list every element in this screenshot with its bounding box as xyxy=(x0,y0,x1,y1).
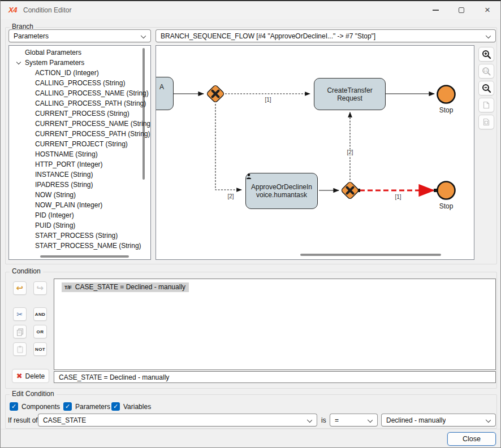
tree-item[interactable]: HTTP_PORT (Integer) xyxy=(9,159,150,169)
window-title: Condition Editor xyxy=(23,6,71,14)
compare-value-select[interactable]: Declined - manually xyxy=(381,414,496,427)
task-node-create-transfer[interactable]: CreateTransfer Request xyxy=(314,78,386,110)
tree-item[interactable]: CURRENT_PROCESS_NAME (String) xyxy=(9,119,150,129)
branch-flow-select[interactable]: BRANCH_SEQUENCE_FLOW [#4 "ApproveOrDecli… xyxy=(156,29,496,42)
not-button[interactable]: NOT xyxy=(33,342,47,356)
tree-item-label: ACTION_ID (Integer) xyxy=(35,69,99,77)
stop-label-bottom: Stop xyxy=(435,202,457,210)
tree-item-label: CURRENT_PROCESS (String) xyxy=(35,110,129,118)
task-node-partial[interactable]: A xyxy=(156,77,174,110)
page-icon xyxy=(482,101,491,110)
close-button-label: Close xyxy=(463,435,481,443)
tree-item[interactable]: IPADRESS (String) xyxy=(9,180,150,190)
checkbox-components[interactable]: ✓ Components xyxy=(10,402,60,411)
cut-button[interactable]: ✂ xyxy=(13,307,27,321)
task-label: A xyxy=(159,83,164,91)
or-button[interactable]: OR xyxy=(33,325,47,338)
tree-item-label: CURRENT_PROCESS_PATH (String) xyxy=(35,130,150,138)
copy-button[interactable] xyxy=(13,325,27,338)
chevron-down-icon xyxy=(486,417,491,423)
close-icon: × xyxy=(485,5,490,15)
stop-event-bottom[interactable] xyxy=(438,182,455,199)
zoom-in-button[interactable] xyxy=(478,47,494,62)
process-diagram-panel[interactable]: A CreateTransfer Request ApproveOrDeclin… xyxy=(156,45,474,260)
x4-logo: X4 xyxy=(8,6,17,14)
condition-expression-field[interactable]: CASE_STATE = Declined - manually xyxy=(54,371,496,383)
minimize-button[interactable] xyxy=(422,1,448,19)
or-label: OR xyxy=(37,329,44,334)
tree-item[interactable]: ACTION_ID (Integer) xyxy=(9,68,150,78)
is-label: is xyxy=(321,416,326,424)
gateway-exclusive-1[interactable] xyxy=(206,85,225,103)
maximize-icon xyxy=(459,7,464,13)
operator-value: = xyxy=(335,416,339,424)
tree-item[interactable]: CALLING_PROCESS_PATH (String) xyxy=(9,98,150,108)
tree-item[interactable]: CURRENT_PROCESS (String) xyxy=(9,108,150,119)
and-label: AND xyxy=(35,312,46,317)
tree-item[interactable]: Global Parameters xyxy=(9,47,150,58)
tree-item-label: System Parameters xyxy=(25,59,84,67)
tree-item[interactable]: PID (Integer) xyxy=(9,210,150,220)
stop-event-top[interactable] xyxy=(438,86,455,103)
fit-selection-button[interactable] xyxy=(478,115,494,129)
zoom-reset-button[interactable]: 1:1 xyxy=(478,64,494,79)
task-label: CreateTransfer Request xyxy=(321,86,379,102)
tree-item[interactable]: HOSTNAME (String) xyxy=(9,149,150,159)
tree-item-label: NOW_PLAIN (Integer) xyxy=(35,201,102,209)
selection-handle[interactable] xyxy=(434,189,437,192)
branch-scope-value: Parameters xyxy=(14,32,49,40)
chevron-down-icon xyxy=(307,417,312,423)
parameters-tree[interactable]: Global ParametersSystem ParametersACTION… xyxy=(8,45,151,260)
undo-button[interactable]: ↩ xyxy=(13,281,27,295)
condition-list[interactable]: T/FCASE_STATE = Declined - manually xyxy=(54,279,496,370)
operator-select[interactable]: = xyxy=(330,414,378,427)
tree-item[interactable]: CALLING_PROCESS (String) xyxy=(9,78,150,88)
branch-flow-value: BRANCH_SEQUENCE_FLOW [#4 "ApproveOrDecli… xyxy=(161,32,375,40)
tree-item[interactable]: PUID (String) xyxy=(9,220,150,230)
paste-button[interactable] xyxy=(13,342,27,356)
task-label-text: ApproveOrDeclineInvoice.humantask xyxy=(251,183,312,199)
page-region-icon xyxy=(482,118,491,127)
checkbox-label: Parameters xyxy=(75,403,110,411)
condition-editor-dialog: X4 Condition Editor × Branch Parameters … xyxy=(0,0,501,448)
close-window-button[interactable]: × xyxy=(474,1,500,19)
tree-horizontal-scrollbar[interactable] xyxy=(40,255,129,258)
task-node-human-task[interactable]: ApproveOrDeclineInvoice.humantask xyxy=(245,173,318,209)
tree-item[interactable]: START_PROCESS_NAME (String) xyxy=(9,241,150,251)
chevron-down-icon[interactable] xyxy=(16,60,21,64)
maximize-button[interactable] xyxy=(448,1,474,19)
delete-x-icon: ✖ xyxy=(16,372,23,380)
tree-item[interactable]: INSTANCE (String) xyxy=(9,169,150,180)
zoom-out-button[interactable] xyxy=(478,81,494,95)
flow-gateway1-to-humantask[interactable] xyxy=(215,104,241,190)
tree-item[interactable]: CURRENT_PROCESS_PATH (String) xyxy=(9,129,150,139)
checkbox-parameters[interactable]: ✓ Parameters xyxy=(63,402,110,411)
condition-expression-text: CASE_STATE = Declined - manually xyxy=(59,373,169,381)
tree-item[interactable]: CURRENT_PROJECT (String) xyxy=(9,139,150,149)
close-button[interactable]: Close xyxy=(447,432,496,446)
edge-label: [2] xyxy=(225,193,236,199)
checkbox-label: Variables xyxy=(123,403,151,411)
condition-group-label: Condition xyxy=(10,267,43,275)
condition-list-item-selected[interactable]: T/FCASE_STATE = Declined - manually xyxy=(62,282,189,292)
tree-item[interactable]: System Parameters xyxy=(9,58,150,68)
task-label: ApproveOrDeclineInvoice.humantask xyxy=(250,183,313,199)
tree-item-label: CALLING_PROCESS_PATH (String) xyxy=(35,99,146,107)
gateway-exclusive-2[interactable] xyxy=(341,181,360,200)
tree-item[interactable]: NOW (String) xyxy=(9,190,150,200)
redo-button[interactable]: ↪ xyxy=(33,281,47,295)
fit-page-button[interactable] xyxy=(478,98,494,112)
zoom-in-icon xyxy=(482,50,491,59)
tree-item[interactable]: NOW_PLAIN (Integer) xyxy=(9,200,150,210)
edge-label: [1] xyxy=(392,194,404,200)
tree-item[interactable]: START_PROCESS (String) xyxy=(9,230,150,241)
redo-icon: ↪ xyxy=(37,284,44,293)
and-button[interactable]: AND xyxy=(33,307,47,321)
checkbox-variables[interactable]: ✓ Variables xyxy=(111,402,151,411)
result-of-select[interactable]: CASE_STATE xyxy=(38,414,317,427)
tree-item-label: IPADRESS (String) xyxy=(35,181,93,189)
branch-scope-select[interactable]: Parameters xyxy=(8,29,151,42)
delete-button[interactable]: ✖ Delete xyxy=(12,369,49,383)
tree-item[interactable]: CALLING_PROCESS_NAME (String) xyxy=(9,88,150,98)
title-bar: X4 Condition Editor × xyxy=(1,1,500,19)
